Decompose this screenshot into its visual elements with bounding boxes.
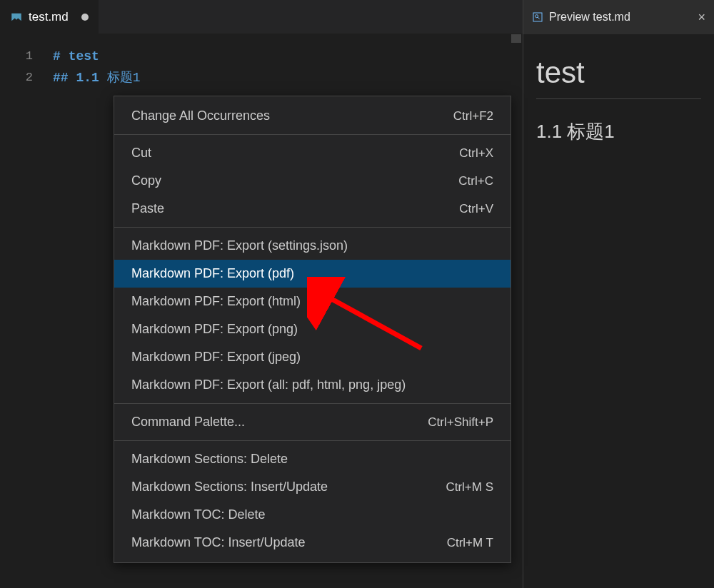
menu-item[interactable]: Markdown PDF: Export (all: pdf, html, pn… xyxy=(114,371,511,399)
menu-item-label: Copy xyxy=(131,173,161,188)
context-menu[interactable]: Change All OccurrencesCtrl+F2CutCtrl+XCo… xyxy=(114,96,511,563)
menu-item[interactable]: CopyCtrl+C xyxy=(114,167,511,195)
menu-item-shortcut: Ctrl+F2 xyxy=(453,109,493,123)
menu-item-label: Command Palette... xyxy=(131,415,245,430)
menu-item-shortcut: Ctrl+M S xyxy=(446,480,493,495)
menu-item-label: Cut xyxy=(131,146,151,161)
menu-item-label: Markdown PDF: Export (jpeg) xyxy=(131,350,301,365)
menu-item-label: Markdown PDF: Export (png) xyxy=(131,322,298,337)
menu-separator xyxy=(114,403,511,404)
menu-item[interactable]: Markdown TOC: Delete xyxy=(114,501,511,529)
menu-item-label: Markdown Sections: Delete xyxy=(131,452,288,467)
md-heading-token: # xyxy=(53,49,61,64)
menu-item-shortcut: Ctrl+X xyxy=(459,146,493,161)
preview-panel: Preview test.md × test 1.1 标题1 xyxy=(523,0,714,588)
menu-item[interactable]: Markdown TOC: Insert/UpdateCtrl+M T xyxy=(114,529,511,557)
scrollbar-thumb[interactable] xyxy=(511,34,521,43)
menu-item-shortcut: Ctrl+C xyxy=(458,174,493,188)
file-tab[interactable]: test.md xyxy=(0,0,99,34)
menu-separator xyxy=(114,440,511,441)
menu-item-shortcut: Ctrl+V xyxy=(459,202,493,216)
code-area[interactable]: # test ## 1.1 标题1 xyxy=(53,46,140,88)
close-icon[interactable]: × xyxy=(698,10,705,25)
preview-tab-label: Preview test.md xyxy=(549,11,630,24)
unsaved-indicator-icon xyxy=(81,14,89,21)
preview-body: test 1.1 标题1 xyxy=(523,34,714,166)
code-line: # test xyxy=(53,46,140,67)
md-heading-prefix: 1.1 xyxy=(76,71,99,85)
menu-item-label: Markdown TOC: Insert/Update xyxy=(131,535,305,550)
md-heading-token: ## xyxy=(53,71,69,85)
code-line: ## 1.1 标题1 xyxy=(53,67,140,88)
menu-item[interactable]: Command Palette...Ctrl+Shift+P xyxy=(114,408,511,436)
menu-item[interactable]: Markdown PDF: Export (settings.json) xyxy=(114,232,511,260)
preview-h2: 1.1 标题1 xyxy=(536,119,701,144)
menu-item[interactable]: Markdown Sections: Delete xyxy=(114,445,511,473)
file-tab-label: test.md xyxy=(29,10,69,24)
preview-icon xyxy=(532,11,543,23)
menu-item-label: Markdown PDF: Export (html) xyxy=(131,294,301,309)
line-number: 1 xyxy=(0,46,33,67)
menu-item[interactable]: Markdown PDF: Export (png) xyxy=(114,315,511,343)
menu-item[interactable]: Markdown PDF: Export (jpeg) xyxy=(114,343,511,371)
menu-item[interactable]: Markdown PDF: Export (html) xyxy=(114,288,511,315)
gutter-line-numbers: 1 2 xyxy=(0,46,46,88)
menu-item-label: Markdown Sections: Insert/Update xyxy=(131,480,328,495)
preview-h1: test xyxy=(536,56,701,99)
menu-item-shortcut: Ctrl+M T xyxy=(447,536,493,550)
markdown-file-icon xyxy=(10,11,23,24)
preview-tab[interactable]: Preview test.md × xyxy=(523,0,714,34)
svg-line-7 xyxy=(538,17,540,19)
menu-item[interactable]: CutCtrl+X xyxy=(114,139,511,167)
menu-item-label: Change All Occurrences xyxy=(131,108,270,123)
menu-item-label: Markdown PDF: Export (settings.json) xyxy=(131,238,348,253)
line-number: 2 xyxy=(0,67,33,88)
menu-item-label: Markdown PDF: Export (pdf) xyxy=(131,266,294,281)
menu-item-label: Markdown PDF: Export (all: pdf, html, pn… xyxy=(131,377,406,392)
menu-item-label: Paste xyxy=(131,201,164,216)
editor-vertical-scrollbar[interactable] xyxy=(511,34,521,588)
menu-item[interactable]: Markdown Sections: Insert/UpdateCtrl+M S xyxy=(114,473,511,501)
menu-item-shortcut: Ctrl+Shift+P xyxy=(428,415,493,430)
menu-item[interactable]: PasteCtrl+V xyxy=(114,195,511,223)
menu-separator xyxy=(114,134,511,135)
md-heading-text: 标题1 xyxy=(107,71,141,85)
menu-item[interactable]: Change All OccurrencesCtrl+F2 xyxy=(114,102,511,130)
md-heading-text: test xyxy=(69,49,99,64)
menu-item-label: Markdown TOC: Delete xyxy=(131,507,265,522)
menu-item[interactable]: Markdown PDF: Export (pdf) xyxy=(114,260,511,288)
menu-separator xyxy=(114,227,511,228)
